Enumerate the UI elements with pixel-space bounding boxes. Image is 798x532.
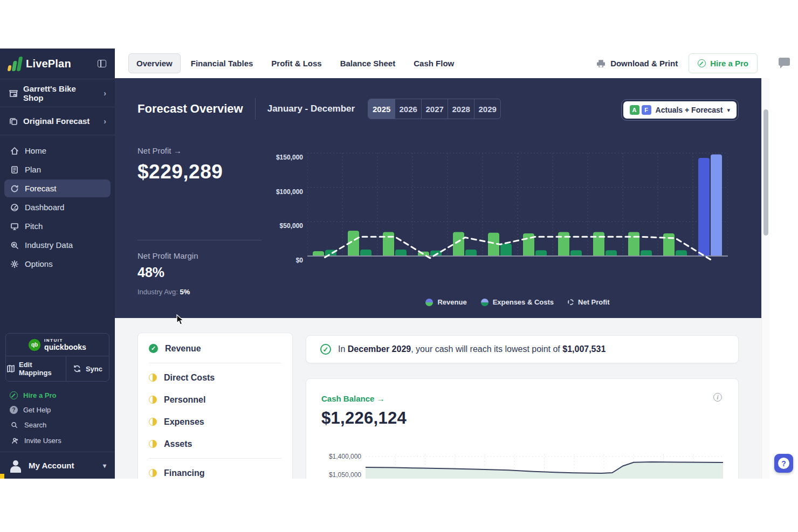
sidebar-item-label: Home <box>25 146 46 155</box>
net-profit-label[interactable]: Net Profit → <box>137 146 262 155</box>
year-button-2027[interactable]: 2027 <box>421 99 448 119</box>
sidebar-links: Hire a Pro ? Get Help Search Invite User… <box>0 387 115 452</box>
logo-text: LivePlan <box>26 58 98 70</box>
forecast-sections-card: ✓ Revenue Direct Costs Personnel <box>137 333 293 479</box>
get-help-link[interactable]: ? Get Help <box>10 403 105 417</box>
arrow-right-icon: → <box>377 394 385 403</box>
question-icon: ? <box>778 458 789 469</box>
cash-balance-chart[interactable]: $1,400,000$1,050,000 <box>321 450 723 479</box>
logo-row: LivePlan <box>0 49 115 79</box>
my-account-menu[interactable]: My Account ▾ <box>0 452 115 479</box>
hire-a-pro-button[interactable]: Hire a Pro <box>689 53 758 73</box>
main-area: Overview Financial Tables Profit & Loss … <box>115 49 769 479</box>
printer-icon <box>596 59 606 68</box>
tab-cash-flow[interactable]: Cash Flow <box>405 53 462 73</box>
sidebar-item-home[interactable]: Home <box>4 142 111 160</box>
lower-content: ✓ Revenue Direct Costs Personnel <box>115 318 761 479</box>
info-icon[interactable]: i <box>713 393 722 402</box>
chat-icon[interactable] <box>779 58 790 66</box>
hire-a-pro-link[interactable]: Hire a Pro <box>10 388 105 403</box>
cash-balance-link[interactable]: Cash Balance → <box>321 394 723 403</box>
insight-text: In December 2029, your cash will reach i… <box>338 344 606 354</box>
period-label: January - December <box>267 103 355 114</box>
pro-badge-icon <box>10 391 18 399</box>
scrollbar-track[interactable] <box>761 78 769 479</box>
search-chart-icon <box>10 240 19 250</box>
chart-legend: Revenue Expenses & Costs Net Profit <box>307 298 728 306</box>
account-label: My Account <box>29 461 74 470</box>
sidebar-item-dashboard[interactable]: Dashboard <box>4 198 111 216</box>
map-book-icon <box>6 364 15 374</box>
quickbooks-panel: qb INTUIT quickbooks Edit Mappings Sync <box>5 333 109 382</box>
forecast-name: Original Forecast <box>23 116 90 126</box>
year-button-2025[interactable]: 2025 <box>368 99 395 119</box>
storefront-icon <box>9 88 18 98</box>
expenses-legend-icon <box>481 299 489 306</box>
gear-icon <box>10 259 19 268</box>
chevron-right-icon: › <box>104 117 106 126</box>
forecast-icon <box>10 184 19 193</box>
check-circle-icon: ✓ <box>320 344 331 355</box>
tab-balance-sheet[interactable]: Balance Sheet <box>332 53 404 73</box>
half-complete-icon <box>149 440 157 448</box>
tab-profit-loss[interactable]: Profit & Loss <box>263 53 329 73</box>
sync-button[interactable]: Sync <box>66 356 109 381</box>
edit-mappings-button[interactable]: Edit Mappings <box>6 356 66 381</box>
y-axis-tick: $0 <box>296 257 303 264</box>
year-button-2029[interactable]: 2029 <box>474 99 500 119</box>
scrollbar-thumb[interactable] <box>763 109 768 236</box>
notebook-icon <box>10 165 19 174</box>
add-user-icon <box>10 436 19 445</box>
download-print-button[interactable]: Download & Print <box>596 59 678 68</box>
gauge-icon <box>10 203 19 212</box>
half-complete-icon <box>149 418 157 426</box>
sidebar-item-label: Dashboard <box>25 203 64 212</box>
forecast-switcher[interactable]: Original Forecast › <box>0 107 115 135</box>
view-mode-dropdown[interactable]: A F Actuals + Forecast ▾ <box>621 99 739 121</box>
invite-users-link[interactable]: Invite Users <box>10 433 105 448</box>
y-axis-tick: $150,000 <box>276 154 303 161</box>
sidebar-item-pitch[interactable]: Pitch <box>4 217 111 235</box>
page-title: Forecast Overview <box>137 102 243 116</box>
section-expenses[interactable]: Expenses <box>149 411 281 433</box>
year-button-2026[interactable]: 2026 <box>395 99 421 119</box>
chart-y-axis: $150,000$100,000$50,000$0 <box>252 153 303 260</box>
monitor-icon <box>10 222 19 231</box>
sidebar-collapse-icon[interactable] <box>98 60 106 67</box>
forecast-overview-hero: Forecast Overview January - December 202… <box>115 78 761 318</box>
half-complete-icon <box>149 374 157 382</box>
chevron-down-icon: ▾ <box>103 462 106 469</box>
actuals-icon: A <box>630 105 639 115</box>
sidebar-item-label: Industry Data <box>25 240 73 250</box>
search-icon <box>10 420 19 430</box>
tab-overview[interactable]: Overview <box>128 53 181 73</box>
sidebar-item-label: Plan <box>25 165 41 174</box>
arrow-right-icon: → <box>174 146 182 155</box>
sidebar-item-label: Options <box>25 259 53 268</box>
half-complete-icon <box>149 396 157 404</box>
net-profit-chart[interactable] <box>307 149 728 264</box>
y-axis-tick: $1,050,000 <box>329 471 361 479</box>
sidebar-item-plan[interactable]: Plan <box>4 161 111 178</box>
section-revenue[interactable]: ✓ Revenue <box>149 337 281 360</box>
cash-insight-banner: ✓ In December 2029, your cash will reach… <box>306 335 739 363</box>
industry-avg: Industry Avg: 5% <box>137 288 198 296</box>
sidebar-item-options[interactable]: Options <box>4 255 111 273</box>
search-link[interactable]: Search <box>10 417 105 433</box>
net-profit-margin-label: Net Profit Margin <box>137 251 198 260</box>
section-financing[interactable]: Financing <box>149 462 281 479</box>
check-circle-icon: ✓ <box>149 344 158 353</box>
corner-accent <box>0 474 4 479</box>
quickbooks-label: quickbooks <box>44 343 86 351</box>
app-window: LivePlan Garrett's Bike Shop › Original … <box>0 49 769 479</box>
help-widget-button[interactable]: ? <box>774 454 793 473</box>
section-personnel[interactable]: Personnel <box>149 389 281 411</box>
sidebar-item-forecast[interactable]: Forecast <box>4 179 111 197</box>
year-button-2028[interactable]: 2028 <box>448 99 474 119</box>
tab-financial-tables[interactable]: Financial Tables <box>183 53 262 73</box>
company-switcher[interactable]: Garrett's Bike Shop › <box>0 79 115 107</box>
section-assets[interactable]: Assets <box>149 433 281 455</box>
sidebar-item-industry-data[interactable]: Industry Data <box>4 236 111 254</box>
half-complete-icon <box>149 469 157 477</box>
section-direct-costs[interactable]: Direct Costs <box>149 367 281 389</box>
